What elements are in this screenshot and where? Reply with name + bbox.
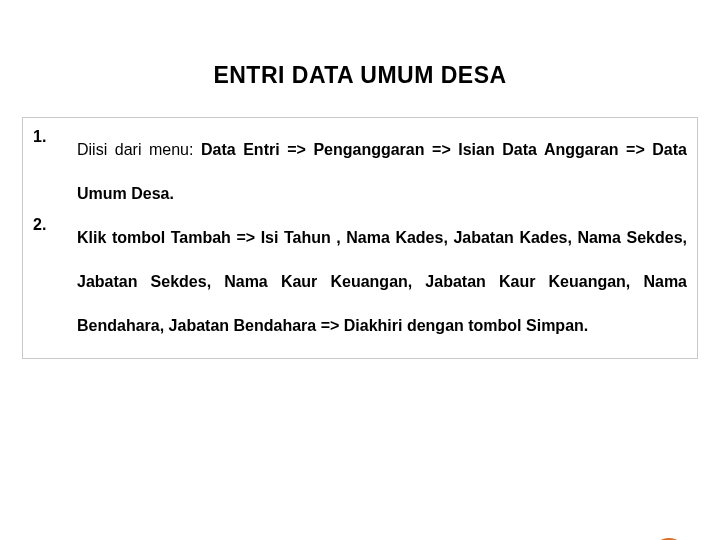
step-row: 2. Klik tombol Tambah => Isi Tahun , Nam… <box>33 216 687 348</box>
step-body: Diisi dari menu: Data Entri => Pengangga… <box>77 128 687 216</box>
slide-title: ENTRI DATA UMUM DESA <box>0 62 720 89</box>
step-row: 1. Diisi dari menu: Data Entri => Pengan… <box>33 128 687 216</box>
step-text-bold: Klik tombol Tambah => Isi Tahun , Nama K… <box>77 229 687 334</box>
content-box: 1. Diisi dari menu: Data Entri => Pengan… <box>22 117 698 359</box>
step-number: 1. <box>33 128 77 216</box>
step-text: Diisi dari menu: <box>77 141 201 158</box>
step-number: 2. <box>33 216 77 348</box>
steps-table: 1. Diisi dari menu: Data Entri => Pengan… <box>33 128 687 348</box>
slide: ENTRI DATA UMUM DESA 1. Diisi dari menu:… <box>0 62 720 540</box>
step-body: Klik tombol Tambah => Isi Tahun , Nama K… <box>77 216 687 348</box>
